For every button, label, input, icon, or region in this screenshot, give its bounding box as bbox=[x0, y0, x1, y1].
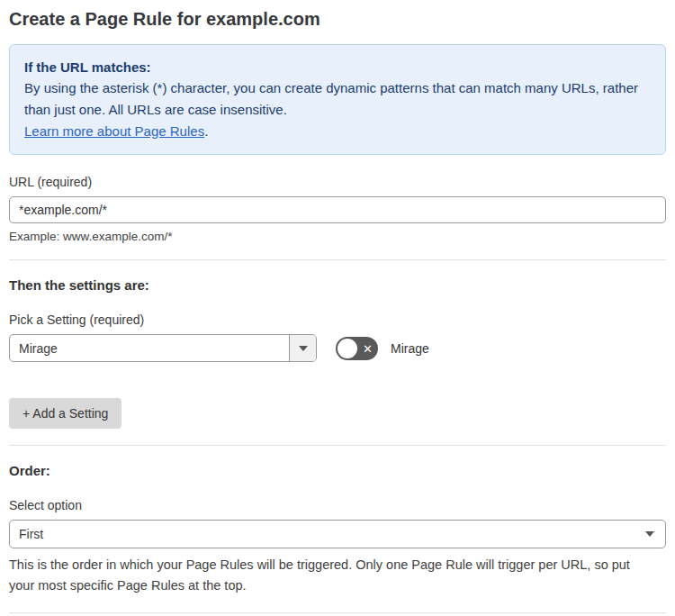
settings-section-heading: Then the settings are: bbox=[9, 277, 666, 293]
mirage-toggle[interactable]: ✕ bbox=[336, 337, 378, 360]
setting-select-value: Mirage bbox=[10, 335, 289, 361]
order-select[interactable]: First bbox=[9, 520, 666, 548]
toggle-label: Mirage bbox=[391, 341, 429, 356]
order-section-heading: Order: bbox=[9, 463, 666, 478]
chevron-down-icon bbox=[299, 346, 308, 351]
setting-select[interactable]: Mirage bbox=[9, 334, 317, 362]
divider bbox=[9, 259, 666, 260]
url-input[interactable] bbox=[9, 196, 666, 223]
order-helper-text: This is the order in which your Page Rul… bbox=[9, 555, 659, 596]
info-box-body: By using the asterisk (*) character, you… bbox=[24, 77, 651, 120]
divider bbox=[9, 612, 666, 613]
page-title: Create a Page Rule for example.com bbox=[9, 9, 666, 30]
divider bbox=[9, 445, 666, 446]
toggle-off-x-icon: ✕ bbox=[363, 342, 373, 354]
url-helper-text: Example: www.example.com/* bbox=[9, 230, 666, 243]
chevron-down-icon bbox=[645, 531, 654, 537]
url-field-label: URL (required) bbox=[9, 175, 666, 189]
add-setting-button[interactable]: + Add a Setting bbox=[9, 398, 122, 429]
select-option-label: Select option bbox=[9, 498, 666, 512]
order-select-value: First bbox=[19, 527, 43, 541]
setting-row: Mirage ✕ Mirage bbox=[9, 334, 666, 362]
url-match-info-box: If the URL matches: By using the asteris… bbox=[9, 44, 666, 155]
setting-select-arrow-button[interactable] bbox=[289, 335, 316, 361]
page-rule-form: Create a Page Rule for example.com If th… bbox=[0, 0, 675, 616]
link-suffix: . bbox=[204, 123, 208, 139]
learn-more-link[interactable]: Learn more about Page Rules bbox=[24, 123, 204, 139]
pick-setting-label: Pick a Setting (required) bbox=[9, 313, 666, 327]
info-box-heading: If the URL matches: bbox=[24, 57, 651, 77]
toggle-knob bbox=[338, 339, 357, 358]
info-link-line: Learn more about Page Rules. bbox=[24, 121, 651, 141]
